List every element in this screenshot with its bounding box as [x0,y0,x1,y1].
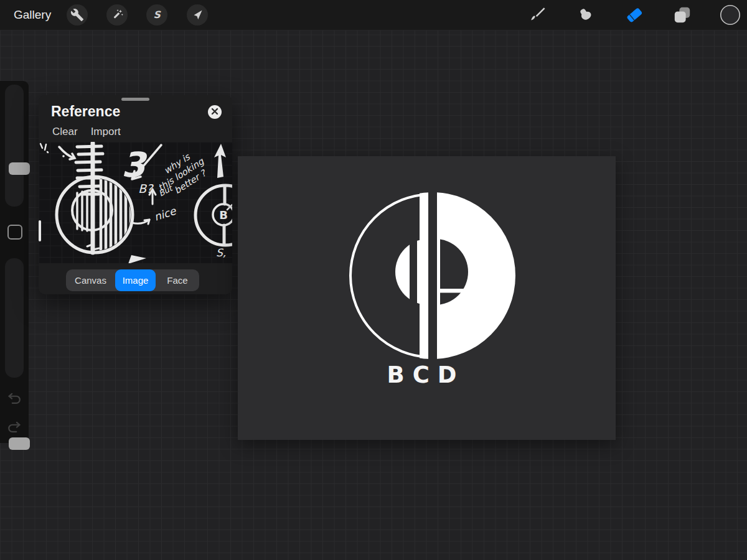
smudge-button[interactable] [575,4,597,26]
sketch-b-question: B? [138,182,154,195]
actions-button[interactable] [67,4,88,26]
sketch-b: B [219,208,228,222]
modify-button[interactable] [7,225,22,240]
smudge-icon [576,6,595,24]
eraser-button[interactable] [623,4,646,26]
redo-button[interactable] [2,416,27,441]
eraser-icon [624,5,644,25]
artwork-canvas[interactable]: BCD [238,156,616,440]
magic-wand-icon [110,8,124,22]
wrench-icon [70,8,84,22]
import-button[interactable]: Import [91,126,121,138]
clear-button[interactable]: Clear [52,126,78,138]
side-toolbar [0,81,29,443]
brush-button[interactable] [526,4,548,26]
redo-icon [5,418,24,439]
tab-image[interactable]: Image [115,269,156,291]
adjustments-button[interactable] [106,4,128,26]
gallery-button[interactable]: Gallery [14,0,51,30]
layers-icon [673,6,692,24]
top-toolbar: Gallery S [0,0,747,30]
svg-text:S: S [153,9,161,21]
tab-canvas[interactable]: Canvas [66,269,115,291]
panel-drag-handle[interactable] [121,98,149,101]
logo-wordmark: BCD [387,362,464,388]
reference-tabs: Canvas Image Face [66,269,199,291]
reference-image[interactable]: 3 B? why is this looking better ? [39,142,232,263]
transform-icon [190,8,204,22]
selection-button[interactable]: S [146,4,167,26]
tab-face[interactable]: Face [156,269,199,291]
reference-sketch: 3 B? why is this looking better ? [40,143,232,263]
sketch-s: S, [216,246,226,259]
reference-panel: Reference Clear Import [39,95,232,294]
brush-icon [528,6,547,24]
bcd-logo: BCD [238,156,616,440]
brush-opacity-slider[interactable] [5,258,24,378]
undo-icon [5,389,24,410]
undo-button[interactable] [2,387,27,412]
selection-icon: S [150,8,164,22]
transform-button[interactable] [187,4,208,26]
layers-button[interactable] [671,4,693,26]
current-color-icon [720,4,741,26]
brush-size-slider[interactable] [5,85,24,207]
brush-size-handle[interactable] [9,162,30,175]
panel-title: Reference [51,103,120,120]
close-button[interactable] [208,105,222,119]
sketch-nice: nice [153,204,178,223]
close-icon [211,106,218,118]
color-swatch[interactable] [720,4,741,26]
